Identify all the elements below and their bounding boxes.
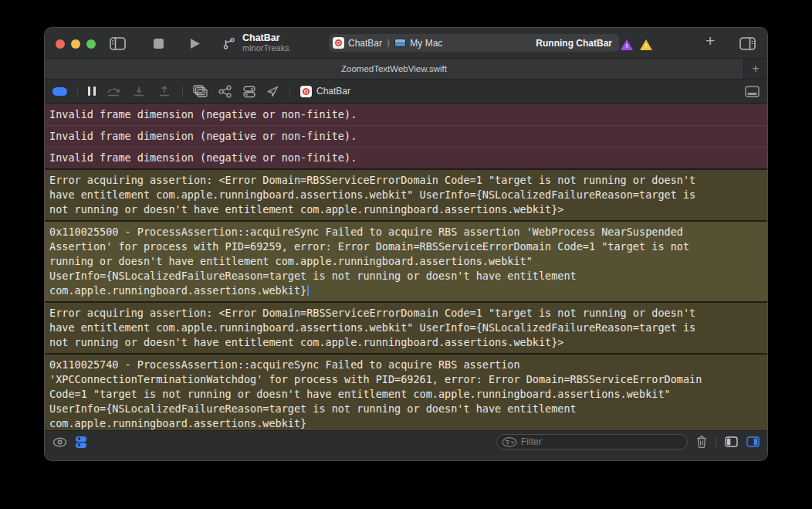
- console-log-line: 'XPCConnectionTerminationWatchdog' for p…: [49, 372, 767, 387]
- console-log-line: not running or doesn't have entitlement …: [49, 202, 767, 217]
- stop-button[interactable]: [154, 39, 164, 49]
- console-log-line: Error acquiring assertion: <Error Domain…: [49, 173, 767, 188]
- console-log-line: have entitlement com.apple.runningboard.…: [49, 321, 767, 335]
- pause-execution-button[interactable]: [88, 87, 96, 96]
- debug-bar: ChatBar: [45, 80, 767, 103]
- console-log-entry[interactable]: Error acquiring assertion: <Error Domain…: [45, 168, 767, 220]
- filter-input[interactable]: [521, 436, 682, 447]
- activity-status-bar[interactable]: ChatBar ⟩ My Mac Running ChatBar: [329, 34, 619, 52]
- warnings-badge[interactable]: !: [640, 39, 652, 50]
- console-log-line: UserInfo={NSLocalizedFailureReason=targe…: [49, 402, 767, 416]
- sidebar-left-icon: [110, 37, 126, 50]
- inspector-sidebar-toggle-button[interactable]: [739, 37, 756, 50]
- debug-view-hierarchy-button[interactable]: [193, 85, 208, 98]
- console-log-line: Invalid frame dimension (negative or non…: [49, 126, 767, 147]
- step-over-button[interactable]: [106, 86, 121, 97]
- navigator-sidebar-toggle-button[interactable]: [110, 37, 126, 50]
- add-tab-button[interactable]: +: [744, 59, 767, 79]
- console-log-line: running or doesn't have entitlement com.…: [49, 254, 767, 269]
- console-log-entry[interactable]: Invalid frame dimension (negative or non…: [45, 147, 767, 168]
- status-app-name: ChatBar: [348, 38, 382, 49]
- console-log-line: Assertion' for process with PID=69259, e…: [49, 239, 767, 254]
- console-filter-field[interactable]: [496, 434, 688, 450]
- console-log-line: com.apple.runningboard.assertions.webkit…: [49, 416, 767, 430]
- console-log-line: com.apple.runningboard.assertions.webkit…: [49, 283, 767, 298]
- console-log-line: UserInfo={NSLocalizedFailureReason=targe…: [49, 269, 767, 283]
- console-layout-toggle-button[interactable]: [745, 86, 760, 97]
- console-log-line: Invalid frame dimension (negative or non…: [49, 148, 767, 168]
- tab-zoomedtextwebview[interactable]: ZoomedTextWebView.swift: [45, 59, 744, 79]
- scheme-selector[interactable]: ChatBar minorTreaks: [242, 32, 289, 53]
- step-over-icon: [106, 86, 121, 97]
- trash-icon: [696, 436, 707, 448]
- console-log-entry[interactable]: Error acquiring assertion: <Error Domain…: [45, 301, 767, 353]
- console-log-line: Invalid frame dimension (negative or non…: [49, 104, 767, 125]
- console-log-entry[interactable]: Invalid frame dimension (negative or non…: [45, 104, 767, 125]
- mac-destination-icon: [394, 39, 406, 47]
- quick-look-button[interactable]: [52, 437, 67, 447]
- sidebar-right-icon: [739, 37, 756, 50]
- status-activity-text: Running ChatBar: [536, 38, 612, 49]
- environment-overrides-icon: [242, 85, 256, 98]
- console-log-entry[interactable]: Invalid frame dimension (negative or non…: [45, 125, 767, 147]
- divider: [289, 86, 290, 97]
- bottom-panel-icon: [745, 86, 760, 97]
- console-log-entry[interactable]: 0x110025500 - ProcessAssertion::acquireS…: [45, 220, 767, 301]
- branch-name: minorTreaks: [242, 43, 289, 53]
- console-log-line: Code=1 "target is not running or doesn't…: [49, 387, 767, 402]
- app-icon: [333, 37, 344, 49]
- filter-icon: [502, 437, 517, 447]
- console-output[interactable]: Invalid frame dimension (negative or non…: [45, 104, 767, 430]
- branch-icon: [222, 37, 235, 50]
- console-bottom-bar: [45, 430, 767, 460]
- run-button[interactable]: [188, 37, 201, 50]
- app-icon: [300, 86, 312, 97]
- console-log-line: Error acquiring assertion: <Error Domain…: [49, 306, 767, 321]
- debug-memory-graph-button[interactable]: [218, 85, 232, 98]
- console-log-entry[interactable]: 0x110025740 - ProcessAssertion::acquireS…: [45, 353, 767, 430]
- process-name: ChatBar: [316, 86, 350, 97]
- environment-overrides-active-button[interactable]: [76, 436, 86, 448]
- view-hierarchy-icon: [193, 85, 208, 98]
- console-log-line: have entitlement com.apple.runningboard.…: [49, 188, 767, 202]
- step-out-icon: [157, 86, 172, 97]
- variables-pane-icon: [725, 436, 738, 447]
- console-pane-icon: [746, 436, 760, 447]
- simulate-location-button[interactable]: [266, 85, 279, 98]
- title-bar: ChatBar minorTreaks ChatBar ⟩ My Mac Run…: [45, 28, 767, 59]
- divider: [77, 86, 78, 97]
- destination-name: My Mac: [410, 38, 442, 49]
- console-log-line: 0x110025500 - ProcessAssertion::acquireS…: [49, 225, 767, 239]
- divider: [716, 436, 716, 448]
- scheme-name: ChatBar: [242, 32, 289, 43]
- play-icon: [188, 37, 201, 50]
- xcode-window: ChatBar minorTreaks ChatBar ⟩ My Mac Run…: [44, 27, 768, 461]
- zoom-window-button[interactable]: [86, 39, 96, 49]
- console-log-line: not running or doesn't have entitlement …: [49, 335, 767, 350]
- memory-graph-icon: [218, 85, 232, 98]
- step-into-button[interactable]: [131, 86, 147, 97]
- divider: [182, 86, 183, 97]
- debug-area-toggle-button[interactable]: [52, 87, 67, 96]
- environment-overrides-button[interactable]: [242, 85, 256, 98]
- toggle-console-view-button[interactable]: [746, 436, 760, 447]
- text-cursor: [307, 285, 309, 296]
- library-add-button[interactable]: +: [705, 32, 715, 50]
- minimize-window-button[interactable]: [71, 39, 80, 49]
- console-log-line: 0x110025740 - ProcessAssertion::acquireS…: [49, 358, 767, 372]
- runtime-issues-badge[interactable]: !: [621, 39, 633, 50]
- eye-icon: [52, 437, 67, 447]
- clear-console-button[interactable]: [696, 436, 707, 448]
- step-into-icon: [131, 86, 147, 97]
- close-window-button[interactable]: [56, 39, 65, 49]
- step-out-button[interactable]: [157, 86, 172, 97]
- location-arrow-icon: [266, 85, 279, 98]
- chevron-right-icon: ⟩: [387, 38, 390, 48]
- toggle-variables-view-button[interactable]: [725, 436, 738, 447]
- editor-tab-bar: ZoomedTextWebView.swift +: [45, 59, 767, 80]
- process-selector[interactable]: ChatBar: [300, 86, 350, 97]
- tab-filename: ZoomedTextWebView.swift: [341, 64, 447, 73]
